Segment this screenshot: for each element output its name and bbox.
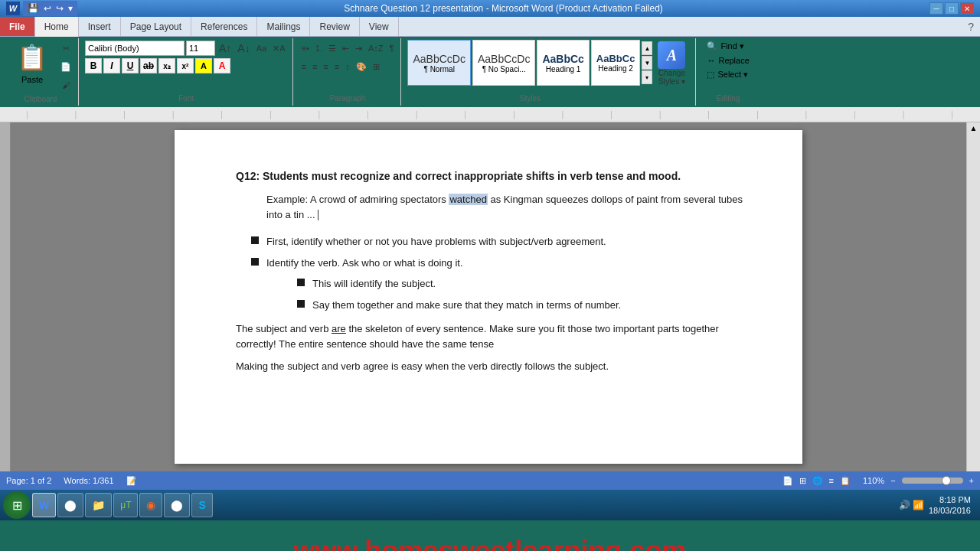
spell-check-icon: 📝 xyxy=(126,476,137,486)
font-color-button[interactable]: A xyxy=(214,58,230,73)
style-nospace-label: ¶ No Spaci... xyxy=(482,65,526,73)
view-fullscreen-icon[interactable]: ⊞ xyxy=(799,476,806,486)
view-draft-icon[interactable]: 📋 xyxy=(840,476,851,486)
align-left-button[interactable]: ≡ xyxy=(299,58,309,75)
bullet-square-1 xyxy=(251,236,259,244)
replace-label: Replace xyxy=(718,56,749,65)
qat-save[interactable]: 💾 xyxy=(26,3,41,14)
taskbar-utorrent[interactable]: μT xyxy=(113,493,138,517)
style-heading1[interactable]: AaBbCc Heading 1 xyxy=(537,40,589,86)
clipboard-label: Clipboard xyxy=(24,93,57,105)
sub-bullet-item-2: Say them together and make sure that the… xyxy=(297,298,749,313)
right-scrollbar[interactable]: ▲ xyxy=(966,122,980,471)
taskbar-explorer[interactable]: 📁 xyxy=(85,493,112,517)
line-spacing-button[interactable]: ↕ xyxy=(343,58,352,75)
paste-button[interactable]: 📋 Paste xyxy=(8,40,57,87)
underline-button[interactable]: U xyxy=(122,58,139,73)
increase-indent-button[interactable]: ⇥ xyxy=(353,40,364,57)
taskbar-word[interactable]: W xyxy=(32,493,56,517)
bullet-item-2: Identify the verb. Ask who or what is do… xyxy=(251,256,749,271)
style-heading2[interactable]: AaBbCc Heading 2 xyxy=(591,40,641,86)
find-button[interactable]: 🔍 Find ▾ xyxy=(702,40,748,53)
qat-undo[interactable]: ↩ xyxy=(42,3,53,14)
subscript-button[interactable]: x₂ xyxy=(158,58,175,73)
website-url: www.homesweetlearning.com xyxy=(294,535,687,551)
copy-button[interactable]: 📄 xyxy=(58,58,74,75)
bullet-text-2: Identify the verb. Ask who or what is do… xyxy=(266,256,463,271)
styles-scroll-all[interactable]: ▾ xyxy=(642,70,652,84)
ribbon-help[interactable]: ? xyxy=(968,21,974,33)
document-page[interactable]: Q12: Students must recognize and correct… xyxy=(175,130,802,464)
replace-button[interactable]: ↔ Replace xyxy=(702,54,753,67)
borders-button[interactable]: ⊞ xyxy=(371,58,382,75)
font-size-input[interactable] xyxy=(186,41,215,56)
tab-home[interactable]: Home xyxy=(35,17,79,37)
taskbar-skype[interactable]: S xyxy=(191,493,212,517)
bold-button[interactable]: B xyxy=(85,58,102,73)
view-web-icon[interactable]: 🌐 xyxy=(812,476,823,486)
taskbar-app1[interactable]: ◉ xyxy=(139,493,162,517)
editing-label: Editing xyxy=(717,93,740,104)
font-face-input[interactable] xyxy=(85,41,185,56)
tab-review[interactable]: Review xyxy=(310,17,359,36)
document-scroll[interactable]: Q12: Students must recognize and correct… xyxy=(11,122,966,471)
maximize-button[interactable]: □ xyxy=(945,2,959,15)
style-normal[interactable]: AaBbCcDc ¶ Normal xyxy=(407,40,470,86)
style-normal-label: ¶ Normal xyxy=(423,65,454,73)
tab-view[interactable]: View xyxy=(360,17,399,36)
zoom-in-button[interactable]: + xyxy=(969,476,974,485)
taskbar-chrome1[interactable]: ⬤ xyxy=(57,493,83,517)
sub-bullet-text-1: This will identify the subject. xyxy=(312,276,436,292)
qat-dropdown[interactable]: ▾ xyxy=(67,3,74,14)
align-right-button[interactable]: ≡ xyxy=(321,58,330,75)
view-outline-icon[interactable]: ≡ xyxy=(829,476,834,485)
show-marks-button[interactable]: ¶ xyxy=(387,40,397,57)
para1-prefix: The subject and verb xyxy=(236,323,332,334)
align-center-button[interactable]: ≡ xyxy=(310,58,319,75)
qat-redo[interactable]: ↪ xyxy=(54,3,65,14)
style-no-spacing[interactable]: AaBbCcDc ¶ No Spaci... xyxy=(472,40,535,86)
scrollbar-up-arrow[interactable]: ▲ xyxy=(970,124,978,132)
multilevel-button[interactable]: ☰ xyxy=(326,40,338,57)
change-styles-button[interactable]: A ChangeStyles ▾ xyxy=(652,40,691,104)
strikethrough-button[interactable]: ab xyxy=(140,58,157,73)
ribbon-group-editing: 🔍 Find ▾ ↔ Replace ⬚ Select ▾ Editing xyxy=(697,38,758,106)
window-title: Schnare Question 12 presentation - Micro… xyxy=(77,3,929,14)
minimize-button[interactable]: ─ xyxy=(929,2,943,15)
numbering-button[interactable]: 1. xyxy=(313,40,325,57)
format-painter-button[interactable]: 🖌 xyxy=(58,77,74,93)
cut-button[interactable]: ✂ xyxy=(58,40,74,57)
change-case-button[interactable]: Aa xyxy=(254,40,269,57)
shading-button[interactable]: 🎨 xyxy=(354,58,369,75)
taskbar-chrome2[interactable]: ⬤ xyxy=(164,493,190,517)
close-button[interactable]: ✕ xyxy=(960,2,974,15)
explorer-icon: 📁 xyxy=(92,499,105,511)
decrease-indent-button[interactable]: ⇤ xyxy=(340,40,351,57)
view-print-icon[interactable]: 📄 xyxy=(782,476,793,486)
styles-scroll-up[interactable]: ▲ xyxy=(642,41,652,55)
superscript-button[interactable]: x² xyxy=(177,58,194,73)
italic-button[interactable]: I xyxy=(103,58,120,73)
tab-references[interactable]: References xyxy=(191,17,257,36)
change-styles-label: ChangeStyles ▾ xyxy=(658,69,685,86)
sub-bullet-text-2: Say them together and make sure that the… xyxy=(312,298,621,313)
clear-format-button[interactable]: ✕A xyxy=(270,40,287,57)
bullets-button[interactable]: ≡• xyxy=(299,40,312,57)
justify-button[interactable]: ≡ xyxy=(332,58,341,75)
find-icon: 🔍 xyxy=(707,41,717,51)
utorrent-icon: μT xyxy=(120,500,131,510)
tab-file[interactable]: File xyxy=(0,17,35,36)
paragraph-label: Paragraph xyxy=(330,93,366,104)
tab-insert[interactable]: Insert xyxy=(79,17,121,36)
font-grow-button[interactable]: A↑ xyxy=(217,40,234,57)
start-button[interactable]: ⊞ xyxy=(3,491,31,519)
tab-mailings[interactable]: Mailings xyxy=(257,17,310,36)
font-shrink-button[interactable]: A↓ xyxy=(235,40,252,57)
select-button[interactable]: ⬚ Select ▾ xyxy=(702,68,753,81)
tab-page-layout[interactable]: Page Layout xyxy=(121,17,191,36)
sort-button[interactable]: A↕Z xyxy=(366,40,386,57)
zoom-out-button[interactable]: − xyxy=(890,476,895,485)
styles-scroll-down[interactable]: ▼ xyxy=(642,56,652,70)
text-highlight-button[interactable]: A xyxy=(195,58,212,73)
zoom-slider[interactable] xyxy=(902,478,963,484)
